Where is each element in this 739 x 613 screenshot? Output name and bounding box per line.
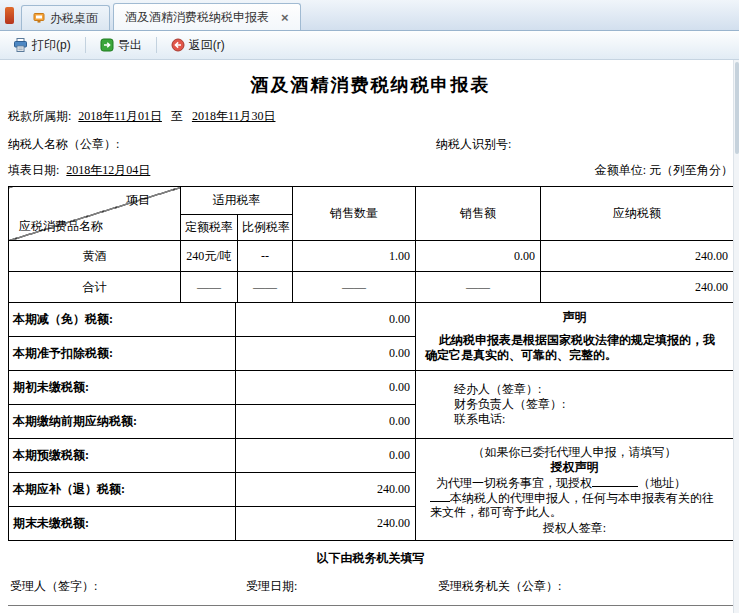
total-tax-payable: 240.00 <box>541 272 734 303</box>
form-content: 酒及酒精消费税纳税申报表 税款所属期: 2018年11月01日 至 2018年1… <box>0 60 739 613</box>
detail-value: 0.00 <box>236 337 416 371</box>
tax-office-note: 以下由税务机关填写 <box>8 541 733 570</box>
desktop-tab-icon <box>33 12 45 24</box>
taxpayer-row: 纳税人名称（公章）: 纳税人识别号: <box>8 136 733 151</box>
detail-value: 0.00 <box>236 303 416 337</box>
accept-office-label: 受理税务机关（公章）: <box>438 578 733 595</box>
item-ratio-rate: -- <box>238 241 293 272</box>
header-ratio-rate: 比例税率 <box>238 215 293 241</box>
export-icon <box>100 38 114 52</box>
period-start-date: 2018年11月01日 <box>78 109 162 123</box>
tax-period-row: 税款所属期: 2018年11月01日 至 2018年11月30日 <box>8 108 733 125</box>
header-item: 项目 <box>126 192 150 209</box>
tab-form-label: 酒及酒精消费税纳税申报表 <box>125 9 269 26</box>
detail-label: 本期减（免）税额: <box>9 303 236 337</box>
amount-unit-label: 金额单位: 元（列至角分） <box>595 162 733 179</box>
export-button-label: 导出 <box>118 37 142 54</box>
declaration-cell: 声明 此纳税申报表是根据国家税收法律的规定填报的，我确定它是真实的、可靠的、完整… <box>416 303 734 371</box>
print-button-label: 打印(p) <box>32 37 71 54</box>
detail-label: 期初未缴税额: <box>9 371 236 405</box>
item-name: 黄酒 <box>9 241 181 272</box>
contact-phone-label: 联系电话: <box>454 412 732 427</box>
item-tax-payable: 240.00 <box>541 241 734 272</box>
tab-desktop-label: 办税桌面 <box>50 10 98 27</box>
authorization-line2: 本纳税人的代理申报人，任何与本申报表有关的往来文件，都可寄予此人。 <box>426 491 723 519</box>
summary-row: 本期预缴税额: 0.00 （如果你已委托代理人申报，请填写） 授权声明 为代理一… <box>9 439 734 473</box>
item-sales-qty: 1.00 <box>293 241 416 272</box>
fill-date-label: 填表日期: <box>8 163 59 177</box>
export-button[interactable]: 导出 <box>92 34 150 56</box>
table-row-total: 合计 —— —— —— —— 240.00 <box>9 272 734 303</box>
back-icon <box>171 38 185 52</box>
tab-consumption-tax-form[interactable]: 酒及酒精消费税纳税申报表 × <box>113 3 301 30</box>
back-button[interactable]: 返回(r) <box>163 34 233 56</box>
total-sales-qty: —— <box>293 272 416 303</box>
tab-strip-icon <box>5 7 14 24</box>
auth-line1-text: 为代理一切税务事宜，现授权 <box>436 476 592 490</box>
print-button[interactable]: 打印(p) <box>5 34 79 56</box>
detail-label: 期末未缴税额: <box>9 507 236 541</box>
form-title: 酒及酒精消费税纳税申报表 <box>8 60 733 97</box>
toolbar: 打印(p) 导出 返回(r) <box>0 31 739 60</box>
detail-value: 0.00 <box>236 439 416 473</box>
detail-label: 本期准予扣除税额: <box>9 337 236 371</box>
item-sales-amount: 0.00 <box>416 241 541 272</box>
vertical-scrollbar[interactable] <box>733 60 739 613</box>
table-row-huangjiu: 黄酒 240元/吨 -- 1.00 0.00 240.00 <box>9 241 734 272</box>
finance-officer-sign-label: 财务负责人（签章）: <box>454 397 732 412</box>
total-name: 合计 <box>9 272 181 303</box>
detail-value: 0.00 <box>236 371 416 405</box>
tab-bar: 办税桌面 酒及酒精消费税纳税申报表 × <box>0 0 739 31</box>
summary-row: 本期减（免）税额: 0.00 声明 此纳税申报表是根据国家税收法律的规定填报的，… <box>9 303 734 337</box>
period-end-date: 2018年11月30日 <box>192 109 276 123</box>
header-sales-amount: 销售额 <box>416 187 541 241</box>
agent-authorization-cell: （如果你已委托代理人申报，请填写） 授权声明 为代理一切税务事宜，现授权（地址）… <box>416 439 734 541</box>
total-ratio-rate: —— <box>238 272 293 303</box>
acceptor-label: 受理人（签字）: <box>8 578 246 595</box>
header-sales-quantity: 销售数量 <box>293 187 416 241</box>
blank-underline <box>592 476 638 487</box>
agent-note: （如果你已委托代理人申报，请填写） <box>426 445 723 459</box>
scrollbar-thumb[interactable] <box>735 62 739 154</box>
toolbar-separator <box>85 37 86 53</box>
authorization-line1: 为代理一切税务事宜，现授权（地址） <box>426 476 723 490</box>
detail-value: 0.00 <box>236 405 416 439</box>
auth-address-label: （地址） <box>638 476 686 490</box>
header-fixed-rate: 定额税率 <box>181 215 238 241</box>
close-tab-icon[interactable]: × <box>281 11 289 24</box>
header-tax-payable: 应纳税额 <box>541 187 734 241</box>
accept-date-label: 受理日期: <box>246 578 438 595</box>
period-to-label: 至 <box>171 109 183 123</box>
header-applicable-rate: 适用税率 <box>181 187 293 215</box>
tax-period-label: 税款所属期: <box>8 109 71 123</box>
declaration-title: 声明 <box>417 304 732 326</box>
tax-summary-table: 本期减（免）税额: 0.00 声明 此纳税申报表是根据国家税收法律的规定填报的，… <box>8 302 734 541</box>
tax-items-table: 项目 应税消费品名称 适用税率 销售数量 销售额 应纳税额 定额税率 比例税率 … <box>8 186 734 303</box>
detail-label: 本期缴纳前期应纳税额: <box>9 405 236 439</box>
diagonal-header-cell: 项目 应税消费品名称 <box>9 187 181 241</box>
taxpayer-id-label: 纳税人识别号: <box>436 136 511 153</box>
auth-line2-text: 本纳税人的代理申报人，任何与本申报表有关的往来文件，都可寄予此人。 <box>430 491 714 519</box>
printer-icon <box>13 38 28 52</box>
declaration-body: 此纳税申报表是根据国家税收法律的规定填报的，我确定它是真实的、可靠的、完整的。 <box>417 326 732 363</box>
fill-date-row: 填表日期: 2018年12月04日 金额单位: 元（列至角分） <box>8 162 733 179</box>
summary-row: 期初未缴税额: 0.00 经办人（签章）: 财务负责人（签章）: 联系电话: <box>9 371 734 405</box>
header-taxable-goods-name: 应税消费品名称 <box>19 218 103 235</box>
back-button-label: 返回(r) <box>189 37 225 54</box>
total-fixed-rate: —— <box>181 272 238 303</box>
blank-underline <box>430 491 450 502</box>
taxpayer-name-label: 纳税人名称（公章）: <box>8 137 119 151</box>
fill-date-value: 2018年12月04日 <box>66 163 150 177</box>
footer-row: 受理人（签字）: 受理日期: 受理税务机关（公章）: <box>8 570 733 606</box>
signature-cell: 经办人（签章）: 财务负责人（签章）: 联系电话: <box>416 371 734 439</box>
detail-label: 本期应补（退）税额: <box>9 473 236 507</box>
handler-sign-label: 经办人（签章）: <box>454 382 732 397</box>
authorizer-sign-label: 授权人签章: <box>426 521 723 535</box>
toolbar-separator <box>156 37 157 53</box>
total-sales-amount: —— <box>416 272 541 303</box>
detail-value: 240.00 <box>236 473 416 507</box>
app-window: 办税桌面 酒及酒精消费税纳税申报表 × 打印(p) 导出 <box>0 0 739 613</box>
detail-value: 240.00 <box>236 507 416 541</box>
detail-label: 本期预缴税额: <box>9 439 236 473</box>
tab-tax-desktop[interactable]: 办税桌面 <box>21 5 110 30</box>
